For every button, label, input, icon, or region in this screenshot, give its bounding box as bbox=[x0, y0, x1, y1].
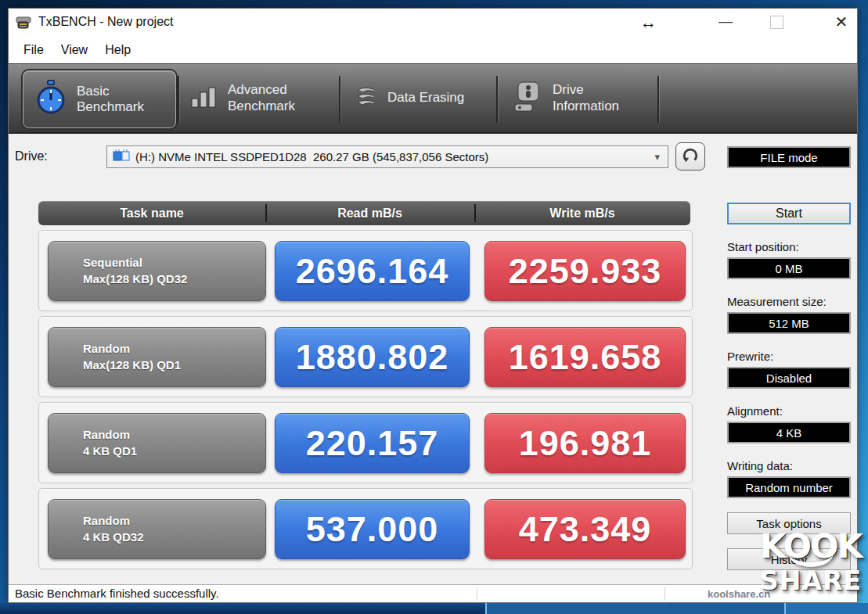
tab-data-erasing-label: Data Erasing bbox=[387, 90, 464, 106]
app-window: TxBENCH - New project ↔ — ✕ File View He… bbox=[8, 8, 858, 603]
watermark-line2: SHARE bbox=[754, 566, 868, 596]
koolshare-watermark-logo: KOOK SHARE bbox=[754, 530, 868, 596]
alignment-label: Alignment: bbox=[727, 404, 851, 418]
header-task-name: Task name bbox=[38, 201, 265, 225]
task-name-line: 4 KB QD1 bbox=[83, 443, 265, 459]
taskbar-segment bbox=[485, 603, 784, 614]
minimize-button[interactable]: — bbox=[709, 13, 742, 32]
tab-data-erasing[interactable]: Data Erasing bbox=[351, 64, 497, 132]
header-write: Write mB/s bbox=[474, 201, 690, 225]
stopwatch-icon bbox=[34, 79, 67, 120]
results-table: Sequential Max(128 KB) QD32 2696.164 225… bbox=[38, 230, 693, 574]
tab-separator bbox=[657, 76, 659, 123]
prewrite-value[interactable]: Disabled bbox=[727, 367, 851, 389]
status-separator bbox=[477, 587, 477, 601]
resize-cursor-icon: ↔ bbox=[640, 13, 657, 32]
chevron-down-icon: ▾ bbox=[654, 151, 660, 163]
writing-data-label: Writing data: bbox=[727, 459, 851, 473]
menu-help[interactable]: Help bbox=[96, 40, 139, 60]
table-row: Random Max(128 KB) QD1 1880.802 1619.658 bbox=[38, 316, 693, 397]
tab-label-line: Benchmark bbox=[228, 99, 295, 114]
tab-label-line: Information bbox=[553, 99, 619, 114]
measurement-size-value[interactable]: 512 MB bbox=[727, 312, 851, 334]
write-value: 1619.658 bbox=[484, 327, 686, 387]
refresh-drives-button[interactable] bbox=[675, 142, 705, 171]
read-value: 220.157 bbox=[275, 413, 470, 473]
tab-advanced-benchmark[interactable]: Advanced Benchmark bbox=[190, 64, 336, 132]
drive-label: Drive: bbox=[15, 149, 48, 163]
tab-advanced-benchmark-label: Advanced Benchmark bbox=[228, 82, 295, 114]
tab-label-line: Basic bbox=[77, 84, 144, 99]
start-position-label: Start position: bbox=[727, 240, 851, 254]
tab-separator bbox=[178, 76, 179, 123]
table-row: Random 4 KB QD32 537.000 473.349 bbox=[38, 488, 693, 569]
drive-info-icon bbox=[513, 81, 543, 117]
window-title: TxBENCH - New project bbox=[38, 15, 173, 29]
alignment-value[interactable]: 4 KB bbox=[727, 422, 851, 443]
settings-sidebar: Start Start position: 0 MB Measurement s… bbox=[727, 203, 851, 570]
tab-basic-benchmark[interactable]: Basic Benchmark bbox=[23, 70, 176, 128]
file-mode-button[interactable]: FILE mode bbox=[727, 146, 851, 168]
write-value: 196.981 bbox=[484, 413, 686, 473]
write-value: 473.349 bbox=[484, 499, 686, 559]
task-name-line: Random bbox=[83, 341, 265, 357]
menu-view[interactable]: View bbox=[52, 40, 96, 60]
maximize-button[interactable] bbox=[770, 16, 783, 29]
task-button[interactable]: Random 4 KB QD1 bbox=[48, 413, 266, 473]
refresh-icon bbox=[682, 146, 699, 167]
task-name-line: Max(128 KB) QD32 bbox=[83, 271, 265, 287]
close-button[interactable]: ✕ bbox=[825, 12, 858, 32]
tab-separator bbox=[496, 76, 498, 123]
menu-bar: File View Help bbox=[9, 37, 857, 63]
menu-file[interactable]: File bbox=[15, 40, 52, 60]
writing-data-value[interactable]: Random number bbox=[727, 476, 851, 498]
start-button[interactable]: Start bbox=[727, 203, 851, 224]
drive-select[interactable]: (H:) NVMe INTEL SSDPED1D28 260.27 GB (54… bbox=[106, 145, 668, 168]
start-position-value[interactable]: 0 MB bbox=[727, 257, 851, 279]
drive-icon bbox=[112, 149, 131, 165]
tab-drive-information-label: Drive Information bbox=[553, 82, 619, 114]
task-name-line: 4 KB QD32 bbox=[83, 530, 265, 545]
title-bar: TxBENCH - New project ↔ — ✕ bbox=[9, 9, 857, 37]
task-name-line: Max(128 KB) QD1 bbox=[83, 357, 265, 373]
tab-basic-benchmark-label: Basic Benchmark bbox=[77, 84, 144, 116]
app-icon bbox=[16, 16, 33, 30]
read-value: 537.000 bbox=[275, 499, 470, 559]
task-button[interactable]: Random 4 KB QD32 bbox=[48, 499, 266, 559]
taskbar-segment bbox=[784, 603, 868, 614]
table-header: Task name Read mB/s Write mB/s bbox=[38, 201, 690, 225]
table-row: Sequential Max(128 KB) QD32 2696.164 225… bbox=[38, 230, 693, 311]
status-separator bbox=[665, 587, 665, 601]
windows-taskbar[interactable] bbox=[0, 603, 868, 614]
header-read: Read mB/s bbox=[265, 201, 474, 225]
tab-bar: Basic Benchmark Advanced Benchmark bbox=[9, 63, 857, 134]
measurement-size-label: Measurement size: bbox=[727, 295, 851, 309]
status-bar: Basic Benchmark finished successfully. k… bbox=[9, 584, 857, 602]
tab-label-line: Advanced bbox=[228, 82, 295, 98]
table-row: Random 4 KB QD1 220.157 196.981 bbox=[38, 402, 693, 483]
tab-separator bbox=[339, 76, 340, 123]
tab-drive-information[interactable]: Drive Information bbox=[513, 64, 654, 132]
write-value: 2259.933 bbox=[484, 241, 686, 301]
drive-selected-value: (H:) NVMe INTEL SSDPED1D28 260.27 GB (54… bbox=[135, 150, 654, 163]
bar-chart-icon bbox=[190, 84, 218, 113]
read-value: 1880.802 bbox=[275, 327, 470, 387]
task-button[interactable]: Sequential Max(128 KB) QD32 bbox=[48, 241, 266, 301]
tab-label-line: Drive bbox=[553, 82, 619, 98]
header-separator bbox=[474, 204, 476, 222]
status-message: Basic Benchmark finished successfully. bbox=[15, 587, 219, 600]
erase-icon bbox=[351, 85, 378, 112]
task-name-line: Sequential bbox=[83, 255, 265, 271]
task-name-line: Random bbox=[83, 513, 265, 529]
task-name-line: Random bbox=[83, 427, 265, 443]
task-button[interactable]: Random Max(128 KB) QD1 bbox=[48, 327, 266, 387]
header-separator bbox=[265, 204, 267, 222]
read-value: 2696.164 bbox=[275, 241, 470, 301]
file-mode-label: FILE mode bbox=[760, 151, 817, 164]
prewrite-label: Prewrite: bbox=[727, 350, 851, 364]
tab-label-line: Benchmark bbox=[77, 99, 144, 115]
